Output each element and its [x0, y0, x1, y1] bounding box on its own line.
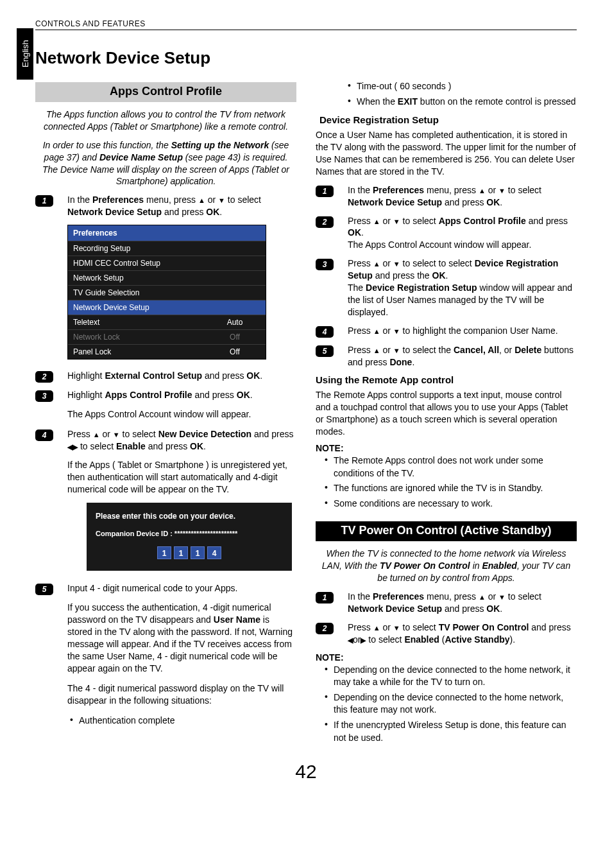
- code-digit: 1: [191, 546, 205, 559]
- menu-row-disabled: Network LockOff: [68, 329, 266, 344]
- drs-intro: Once a User Name has completed authentic…: [316, 129, 577, 178]
- step-badge-4: 4: [35, 430, 53, 441]
- step-badge-3: 3: [316, 259, 334, 270]
- menu-row: HDMI CEC Control Setup: [68, 256, 266, 270]
- right-arrow-icon: ▶: [72, 443, 78, 451]
- apps-control-profile-heading: Apps Control Profile: [35, 82, 296, 102]
- menu-row-highlighted: Network Device Setup: [68, 300, 266, 315]
- left-step-1: 1 In the Preferences menu, press ▲ or ▼ …: [35, 194, 296, 218]
- right-step-5: 5 Press ▲ or ▼ to select the Cancel, All…: [316, 344, 577, 369]
- remote-app-heading: Using the Remote App control: [316, 374, 577, 385]
- left-step-4: 4 Press ▲ or ▼ to select New Device Dete…: [35, 428, 296, 453]
- up-arrow-icon: ▲: [373, 327, 380, 335]
- tv-power-intro: When the TV is connected to the home net…: [319, 548, 573, 584]
- down-arrow-icon: ▼: [498, 593, 506, 601]
- up-arrow-icon: ▲: [373, 260, 380, 268]
- menu-row: Recording Setup: [68, 241, 266, 256]
- bullet-exit: When the EXIT button on the remote contr…: [348, 96, 577, 108]
- codebox-digits: 1 1 1 4: [96, 546, 283, 559]
- remote-note-3: Some conditions are necessary to work.: [325, 498, 577, 510]
- down-arrow-icon: ▼: [218, 196, 225, 204]
- right-step-1: 1 In the Preferences menu, press ▲ or ▼ …: [316, 184, 577, 209]
- tv-power-heading: TV Power On Control (Active Standby): [316, 521, 577, 541]
- step-badge-2: 2: [316, 216, 334, 228]
- step-badge-2: 2: [35, 371, 53, 383]
- remote-notes: The Remote Apps control does not work un…: [316, 455, 577, 510]
- tvpower-note-2: Depending on the device connected to the…: [325, 691, 577, 716]
- main-title: Network Device Setup: [35, 48, 296, 68]
- menu-title: Preferences: [68, 225, 266, 241]
- right-step-3: 3 Press ▲ or ▼ to select to select Devic…: [316, 257, 577, 318]
- up-arrow-icon: ▲: [479, 187, 486, 195]
- left-arrow-icon: ◀: [348, 636, 353, 644]
- step-badge-5: 5: [316, 345, 334, 357]
- codebox-line-1: Please enter this code on your device.: [96, 512, 283, 521]
- step-badge-1: 1: [35, 195, 53, 207]
- left-step-3-note: The Apps Control Account window will app…: [67, 408, 296, 421]
- tvpower-notes: Depending on the device connected to the…: [316, 664, 577, 745]
- code-digit: 1: [157, 546, 171, 559]
- up-arrow-icon: ▲: [93, 431, 100, 438]
- left-step-2: 2 Highlight External Control Setup and p…: [35, 370, 296, 383]
- preferences-menu-illustration: Preferences Recording Setup HDMI CEC Con…: [67, 225, 266, 360]
- codebox-line-2: Companion Device ID : ******************…: [96, 530, 283, 537]
- tvpower-note-3: If the unencrypted Wireless Setup is don…: [325, 719, 577, 744]
- bullet-timeout: Time-out ( 60 seconds ): [348, 80, 577, 93]
- down-arrow-icon: ▼: [113, 431, 120, 438]
- language-tab: English: [17, 28, 33, 80]
- up-arrow-icon: ▲: [198, 196, 205, 204]
- left-step-5: 5 Input 4 - digit numerical code to your…: [35, 582, 296, 595]
- down-arrow-icon: ▼: [393, 218, 400, 225]
- header-section: CONTROLS AND FEATURES: [35, 19, 577, 30]
- right-step-4: 4 Press ▲ or ▼ to highlight the companio…: [316, 325, 577, 338]
- bullet-auth-complete: Authentication complete: [70, 715, 296, 727]
- intro-paragraph-1: The Apps function allows you to control …: [39, 108, 293, 133]
- left-step-4-note: If the Apps ( Tablet or Smartphone ) is …: [67, 459, 296, 496]
- step-badge-3: 3: [35, 390, 53, 402]
- right-step-2: 2 Press ▲ or ▼ to select Apps Control Pr…: [316, 215, 577, 252]
- code-digit: 1: [174, 546, 188, 559]
- up-arrow-icon: ▲: [373, 347, 380, 354]
- menu-row: TeletextAuto: [68, 315, 266, 329]
- right-top-bullets: Time-out ( 60 seconds ) When the EXIT bu…: [339, 80, 577, 108]
- down-arrow-icon: ▼: [393, 624, 400, 632]
- device-registration-setup-heading: Device Registration Setup: [316, 114, 577, 125]
- tvpower-step-2: 2 Press ▲ or ▼ to select TV Power On Con…: [316, 621, 577, 646]
- left-arrow-icon: ◀: [67, 443, 72, 451]
- left-step-3: 3 Highlight Apps Control Profile and pre…: [35, 389, 296, 402]
- left-column: Network Device Setup Apps Control Profil…: [35, 42, 296, 747]
- down-arrow-icon: ▼: [393, 260, 400, 268]
- down-arrow-icon: ▼: [393, 347, 400, 354]
- right-column: Time-out ( 60 seconds ) When the EXIT bu…: [316, 42, 577, 747]
- up-arrow-icon: ▲: [373, 624, 380, 632]
- step-badge-4: 4: [316, 326, 334, 338]
- step-badge-5: 5: [35, 584, 53, 595]
- left-bullets: Authentication complete: [67, 715, 296, 727]
- down-arrow-icon: ▼: [393, 327, 400, 335]
- remote-note-1: The Remote Apps control does not work un…: [325, 455, 577, 480]
- up-arrow-icon: ▲: [373, 218, 380, 225]
- down-arrow-icon: ▼: [498, 187, 506, 195]
- step-badge-2: 2: [316, 623, 334, 634]
- remote-note-2: The functions are ignored while the TV i…: [325, 482, 577, 495]
- intro-paragraph-2: In order to use this function, the Setti…: [39, 139, 293, 188]
- menu-row: Panel LockOff: [68, 344, 266, 359]
- left-step-5-note-2: The 4 - digit numerical password display…: [67, 682, 296, 707]
- left-step-5-note-1: If you success the authentication, 4 -di…: [67, 602, 296, 674]
- step-badge-1: 1: [316, 186, 334, 197]
- code-digit: 4: [207, 546, 221, 559]
- page-number: 42: [35, 761, 577, 783]
- note-label: NOTE:: [316, 443, 577, 453]
- tvpower-note-1: Depending on the device connected to the…: [325, 664, 577, 689]
- tvpower-step-1: 1 In the Preferences menu, press ▲ or ▼ …: [316, 591, 577, 615]
- menu-row: TV Guide Selection: [68, 285, 266, 300]
- step-badge-1: 1: [316, 592, 334, 603]
- code-entry-illustration: Please enter this code on your device. C…: [87, 503, 292, 571]
- menu-row: Network Setup: [68, 270, 266, 285]
- up-arrow-icon: ▲: [479, 593, 486, 601]
- remote-app-intro: The Remote Apps control supports a text …: [316, 389, 577, 438]
- note-label: NOTE:: [316, 652, 577, 663]
